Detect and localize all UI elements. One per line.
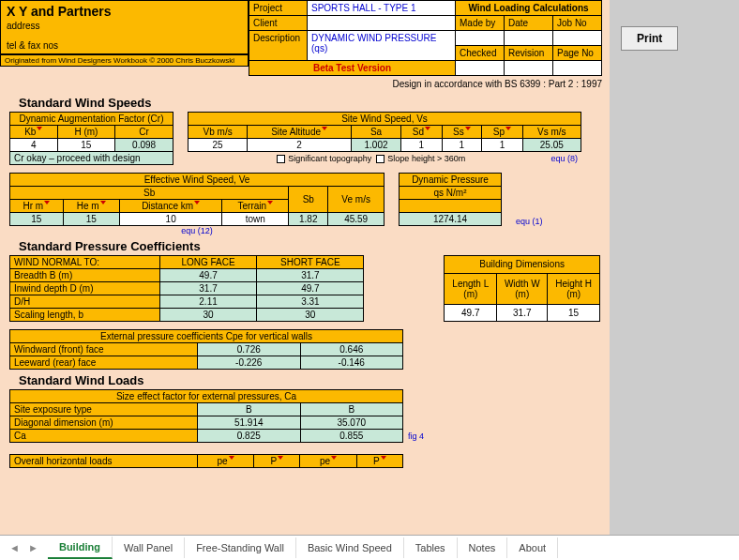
tab-tables[interactable]: Tables (404, 537, 458, 558)
sheet-tabs: ◄ ► Building Wall Panel Free-Standing Wa… (0, 535, 739, 560)
sws-table: Site Wind Speed, Vs Vb m/s Site Altitude… (188, 112, 581, 152)
design-note: Design in accordance with BS 6399 : Part… (0, 76, 610, 92)
tri-icon (381, 456, 386, 460)
tri-icon (331, 456, 337, 460)
dp-table: Dynamic Pressure qs N/m² 1274.14 (399, 173, 502, 226)
tri-icon (100, 201, 106, 204)
section-wind-speeds: Standard Wind Speeds (0, 92, 610, 112)
company-block: X Y and Partners address tel & fax nos (0, 0, 249, 54)
date-label: Date (505, 16, 553, 31)
pageno-label: Page No (553, 46, 602, 61)
sef-table: Size effect factor for external pressure… (9, 389, 403, 443)
tri-icon (229, 456, 234, 460)
tab-notes[interactable]: Notes (458, 537, 508, 558)
tri-icon (465, 127, 471, 130)
cpe-table: External pressure coefficients Cpe for v… (9, 329, 403, 370)
company-tel: tel & fax nos (7, 40, 242, 51)
section-pressure-coef: Standard Pressure Coefficients (0, 235, 610, 255)
ews-table: Effective Wind Speed, Ve SbSbVe m/s Hr m… (9, 173, 385, 226)
daf-table: Dynamic Augmentation Factor (Cr) KbH (m)… (9, 112, 173, 165)
beta-version: Beta Test Version (249, 61, 456, 76)
project-label: Project (249, 1, 308, 16)
calc-title: Wind Loading Calculations (456, 1, 602, 16)
tri-icon (194, 201, 200, 204)
daf-msg: Cr okay – proceed with design (10, 152, 173, 165)
print-button[interactable]: Print (621, 26, 678, 51)
desc-value[interactable]: DYNAMIC WIND PRESSURE (qs) (308, 31, 456, 61)
madeby-label: Made by (456, 16, 505, 31)
tri-icon (278, 456, 283, 460)
tab-free-standing[interactable]: Free-Standing Wall (185, 537, 296, 558)
desc-label: Description (249, 31, 308, 61)
project-table: Project SPORTS HALL - TYPE 1 Wind Loadin… (249, 0, 602, 76)
tri-icon (37, 127, 42, 130)
company-address: address (7, 21, 242, 31)
company-name: X Y and Partners (7, 4, 242, 19)
jobno-label: Job No (553, 16, 602, 31)
bd-table: Building Dimensions Length L (m)Width W … (444, 255, 600, 322)
checked-label: Checked (456, 46, 505, 61)
tri-icon (267, 201, 273, 204)
revision-label: Revision (505, 46, 553, 61)
client-label: Client (249, 16, 308, 31)
tab-about[interactable]: About (507, 537, 558, 558)
tri-icon (505, 127, 511, 130)
project-value[interactable]: SPORTS HALL - TYPE 1 (308, 1, 456, 16)
client-value[interactable] (308, 16, 456, 31)
ohl-table: Overall horizontal loads pe P pe P (9, 454, 403, 468)
wnt-table: WIND NORMAL TO:LONG FACESHORT FACE Bread… (9, 255, 364, 322)
tri-icon (322, 127, 327, 130)
tri-icon (44, 201, 50, 204)
tab-nav-left[interactable]: ◄ ► (0, 542, 48, 553)
tab-wall-panel[interactable]: Wall Panel (113, 537, 185, 558)
checkbox-topo[interactable] (277, 155, 285, 163)
tab-building[interactable]: Building (48, 537, 113, 559)
tab-basic-wind[interactable]: Basic Wind Speed (296, 537, 404, 558)
origin-text: Originated from Wind Designers Workbook … (0, 54, 249, 67)
checkbox-slope[interactable] (376, 155, 385, 163)
tri-icon (425, 127, 430, 130)
section-wind-loads: Standard Wind Loads (0, 370, 610, 389)
